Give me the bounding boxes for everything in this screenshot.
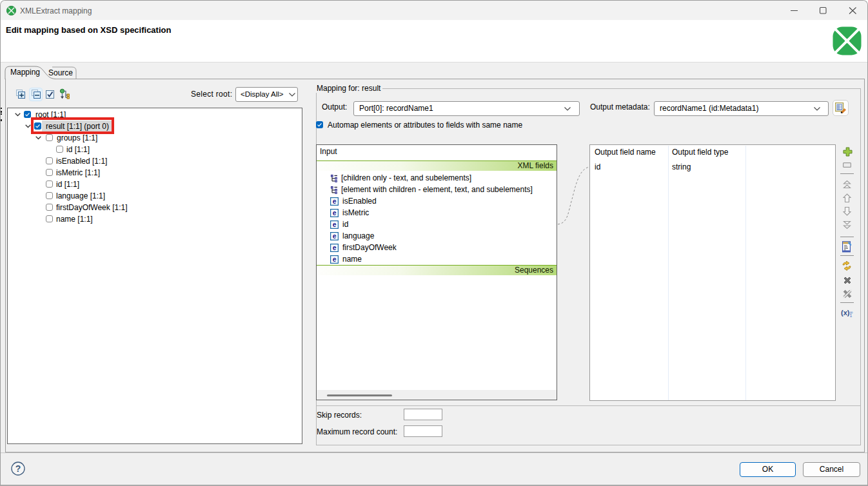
svg-text:e: e <box>333 244 337 251</box>
svg-text:e: e <box>333 255 337 263</box>
svg-text:e: e <box>333 197 337 205</box>
svg-text:?: ? <box>15 463 21 474</box>
svg-text:e: e <box>333 220 337 228</box>
svg-text:e: e <box>333 232 337 240</box>
svg-text:e: e <box>333 209 337 217</box>
